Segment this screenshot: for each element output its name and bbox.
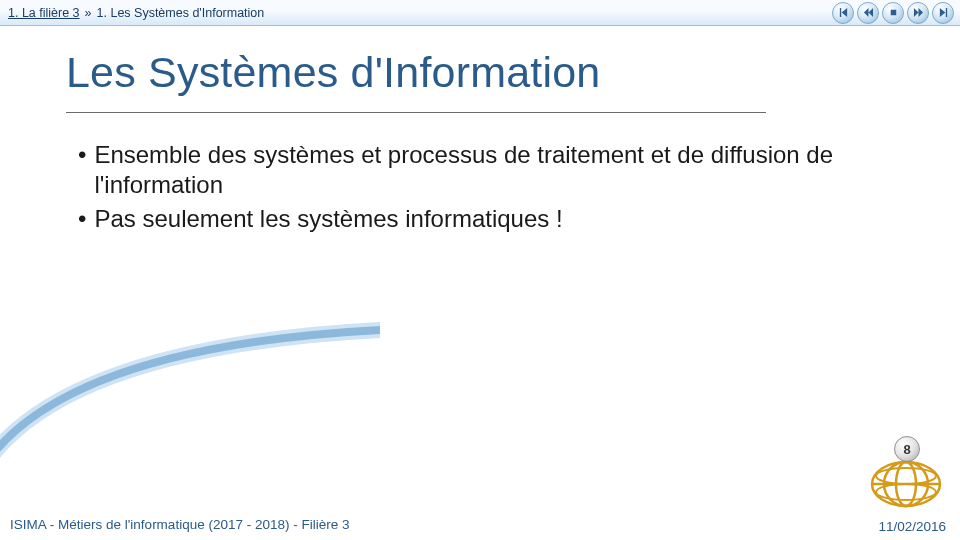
bullet-item: • Ensemble des systèmes et processus de … (78, 140, 900, 200)
footer-date: 11/02/2016 (878, 519, 946, 534)
bullet-mark: • (78, 140, 86, 200)
last-slide-button[interactable] (932, 2, 954, 24)
next-slide-button[interactable] (907, 2, 929, 24)
slide-number-badge: 8 (894, 436, 920, 462)
page-title: Les Systèmes d'Information (66, 48, 600, 97)
previous-slide-button[interactable] (857, 2, 879, 24)
decorative-curve (0, 320, 380, 520)
breadcrumb-separator: » (85, 6, 92, 20)
slide-body: • Ensemble des systèmes et processus de … (78, 140, 900, 238)
bullet-text: Pas seulement les systèmes informatiques… (94, 204, 900, 234)
svg-rect-0 (890, 10, 896, 16)
bullet-item: • Pas seulement les systèmes informatiqu… (78, 204, 900, 234)
first-slide-button[interactable] (832, 2, 854, 24)
playback-controls (832, 2, 954, 24)
bullet-text: Ensemble des systèmes et processus de tr… (94, 140, 900, 200)
globe-badge: 8 (858, 440, 954, 512)
breadcrumb-current: 1. Les Systèmes d'Information (97, 6, 265, 20)
stop-button[interactable] (882, 2, 904, 24)
footer-left: ISIMA - Métiers de l'informatique (2017 … (10, 517, 349, 532)
breadcrumb: 1. La filière 3 » 1. Les Systèmes d'Info… (8, 6, 264, 20)
bullet-mark: • (78, 204, 86, 234)
title-underline (66, 112, 766, 113)
topbar: 1. La filière 3 » 1. Les Systèmes d'Info… (0, 0, 960, 26)
breadcrumb-parent-link[interactable]: 1. La filière 3 (8, 6, 80, 20)
